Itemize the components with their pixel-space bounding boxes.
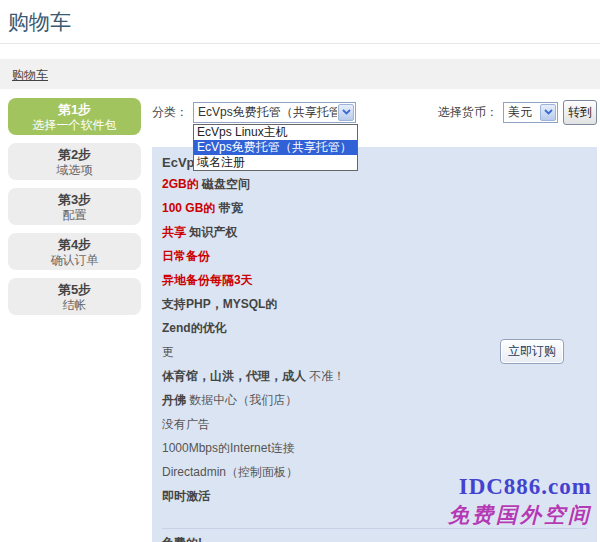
sidebar-step-5[interactable]: 第5步 结帐 <box>8 278 141 315</box>
step-number: 第2步 <box>8 146 141 163</box>
step-label: 域选项 <box>8 163 141 178</box>
category-select[interactable]: EcVps免费托管（共享托管） <box>193 102 356 123</box>
feature-bandwidth: 100 GB的 带宽 <box>162 201 587 215</box>
feature-php-mysql: 支持PHP，MYSQL的 <box>162 297 587 311</box>
feature-instant-activation: 即时激活 <box>162 489 587 503</box>
feature-no-ads: 没有广告 <box>162 417 587 431</box>
page-header: 购物车 <box>0 0 600 44</box>
sidebar-step-2[interactable]: 第2步 域选项 <box>8 143 141 180</box>
step-number: 第1步 <box>8 101 141 118</box>
product-panel: EcVps免费托管（共享托管）- 2GB的 磁盘空间 100 GB的 带宽 共享… <box>152 147 597 542</box>
order-now-button[interactable]: 立即订购 <box>500 339 564 364</box>
feature-panel: Directadmin（控制面板） <box>162 465 587 479</box>
breadcrumb-cart-link[interactable]: 购物车 <box>12 68 48 82</box>
content-area: 分类： EcVps免费托管（共享托管） EcVps Linux主机 EcVps免… <box>152 98 597 542</box>
step-number: 第5步 <box>8 281 141 298</box>
steps-sidebar: 第1步 选择一个软件包 第2步 域选项 第3步 配置 第4步 确认订单 第5步 … <box>8 98 141 542</box>
chevron-down-icon[interactable] <box>338 104 354 121</box>
step-number: 第3步 <box>8 191 141 208</box>
sidebar-step-1[interactable]: 第1步 选择一个软件包 <box>8 98 141 135</box>
free-price-label: 免费的! <box>162 528 587 542</box>
category-select-wrap: EcVps免费托管（共享托管） EcVps Linux主机 EcVps免费托管（… <box>193 102 356 123</box>
step-label: 结帐 <box>8 298 141 313</box>
sidebar-step-4[interactable]: 第4步 确认订单 <box>8 233 141 270</box>
feature-datacenter: 丹佛 数据中心（我们店） <box>162 393 587 407</box>
category-selected-value: EcVps免费托管（共享托管） <box>198 104 337 121</box>
feature-disk: 2GB的 磁盘空间 <box>162 177 587 191</box>
shopping-cart-page: 购物车 购物车 第1步 选择一个软件包 第2步 域选项 第3步 配置 第4步 确… <box>0 0 600 542</box>
step-label: 配置 <box>8 208 141 223</box>
dropdown-option-linux[interactable]: EcVps Linux主机 <box>194 125 357 140</box>
page-title: 购物车 <box>8 8 600 36</box>
chevron-down-icon[interactable] <box>540 104 556 121</box>
filter-toolbar: 分类： EcVps免费托管（共享托管） EcVps Linux主机 EcVps免… <box>152 100 597 124</box>
feature-not-allowed: 体育馆，山洪，代理，成人 不准！ <box>162 369 587 383</box>
currency-label: 选择货币： <box>438 104 498 121</box>
dropdown-option-domain[interactable]: 域名注册 <box>194 155 357 170</box>
currency-selected-value: 美元 <box>508 104 539 121</box>
feature-offsite-backup: 异地备份每隔3天 <box>162 273 587 287</box>
feature-network: 1000Mbps的Internet连接 <box>162 441 587 455</box>
step-label: 选择一个软件包 <box>8 118 141 133</box>
step-number: 第4步 <box>8 236 141 253</box>
feature-daily-backup: 日常备份 <box>162 249 587 263</box>
step-label: 确认订单 <box>8 253 141 268</box>
breadcrumb: 购物车 <box>0 59 600 89</box>
sidebar-step-3[interactable]: 第3步 配置 <box>8 188 141 225</box>
main-layout: 第1步 选择一个软件包 第2步 域选项 第3步 配置 第4步 确认订单 第5步 … <box>0 98 600 542</box>
currency-select[interactable]: 美元 <box>503 102 558 123</box>
category-dropdown-list: EcVps Linux主机 EcVps免费托管（共享托管） 域名注册 <box>193 124 358 171</box>
category-label: 分类： <box>152 104 188 121</box>
feature-shared-ip: 共享 知识产权 <box>162 225 587 239</box>
dropdown-option-free-hosting[interactable]: EcVps免费托管（共享托管） <box>194 140 357 155</box>
feature-zend: Zend的优化 <box>162 321 587 335</box>
go-button[interactable]: 转到 <box>563 100 597 125</box>
